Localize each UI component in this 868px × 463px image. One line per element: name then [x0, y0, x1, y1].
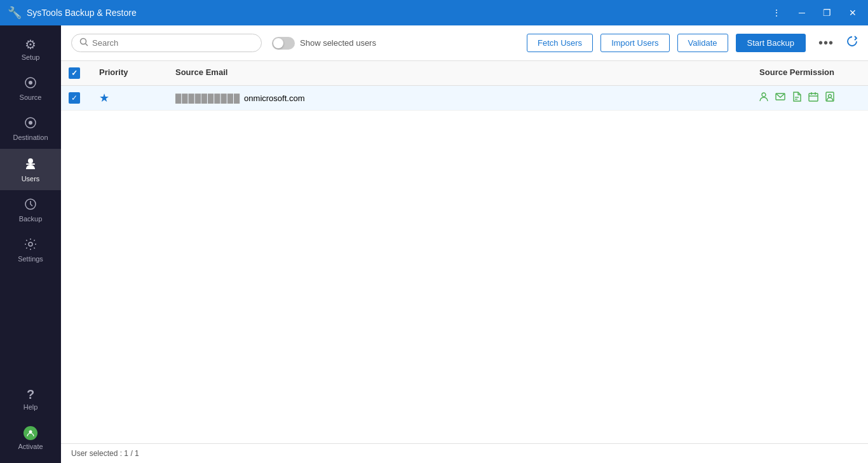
sidebar-item-settings[interactable]: Settings — [0, 230, 61, 270]
sidebar-item-source[interactable]: Source — [0, 69, 61, 109]
svg-rect-14 — [809, 93, 818, 101]
maximize-button[interactable]: ❐ — [819, 6, 835, 20]
close-button[interactable]: ✕ — [845, 6, 860, 20]
toolbar: Show selected users Fetch Users Import U… — [61, 25, 868, 61]
toggle-area: Show selected users — [272, 37, 376, 50]
minimize-button[interactable]: ─ — [795, 6, 809, 20]
import-users-button[interactable]: Import Users — [600, 34, 669, 52]
sidebar-item-users[interactable]: Users — [0, 149, 61, 190]
validate-button[interactable]: Validate — [677, 34, 728, 52]
sidebar-label-activate: Activate — [18, 443, 43, 450]
search-icon — [79, 38, 88, 48]
row-checkbox-cell: ✓ — [69, 92, 99, 104]
sidebar-label-help: Help — [24, 403, 38, 411]
show-selected-toggle[interactable] — [272, 37, 295, 50]
perm-mail-icon — [775, 92, 785, 104]
app-logo-icon: 🔧 — [8, 6, 22, 20]
sidebar: ⚙ Setup Source Destination Users Backu — [0, 25, 61, 463]
main-content: Show selected users Fetch Users Import U… — [61, 25, 868, 463]
perm-contacts-icon — [825, 92, 835, 104]
row-priority-cell: ★ — [99, 91, 175, 105]
email-blur: ██████████ — [175, 93, 240, 103]
backup-icon — [24, 198, 37, 212]
more-button[interactable]: ⋮ — [768, 6, 785, 20]
destination-icon — [24, 116, 37, 131]
help-icon: ? — [27, 388, 34, 401]
svg-point-8 — [81, 39, 86, 45]
header-checkbox-cell: ✓ — [69, 67, 99, 79]
table-header: ✓ Priority Source Email Source Permissio… — [61, 61, 868, 86]
sidebar-item-activate[interactable]: Activate — [0, 418, 61, 458]
app-title-area: 🔧 SysTools Backup & Restore — [8, 6, 137, 20]
sidebar-label-source: Source — [20, 93, 42, 101]
more-options-button[interactable]: ••• — [813, 33, 839, 53]
status-text: User selected : 1 / 1 — [71, 449, 139, 458]
row-checkbox[interactable]: ✓ — [69, 92, 80, 104]
header-source-email: Source Email — [175, 67, 733, 79]
check-icon: ✓ — [71, 94, 78, 102]
fetch-users-button[interactable]: Fetch Users — [527, 34, 593, 52]
check-icon: ✓ — [71, 69, 78, 77]
svg-point-6 — [29, 242, 32, 246]
sidebar-bottom: ? Help Activate — [0, 380, 61, 458]
window-controls: ⋮ ─ ❐ ✕ — [768, 6, 860, 20]
email-domain: onmicrosoft.com — [244, 93, 304, 103]
sidebar-label-destination: Destination — [13, 134, 48, 141]
toggle-label: Show selected users — [300, 38, 376, 48]
sidebar-item-setup[interactable]: ⚙ Setup — [0, 31, 61, 69]
svg-point-10 — [762, 93, 766, 97]
sidebar-label-settings: Settings — [18, 255, 43, 263]
sidebar-label-users: Users — [22, 175, 40, 183]
header-source-permission: Source Permission — [733, 67, 860, 79]
sidebar-label-setup: Setup — [22, 53, 40, 61]
sidebar-item-backup[interactable]: Backup — [0, 190, 61, 230]
app-body: ⚙ Setup Source Destination Users Backu — [0, 25, 868, 463]
svg-rect-4 — [26, 163, 35, 165]
users-icon — [24, 156, 37, 172]
svg-line-9 — [86, 44, 88, 46]
svg-point-3 — [29, 121, 32, 125]
titlebar: 🔧 SysTools Backup & Restore ⋮ ─ ❐ ✕ — [0, 0, 868, 25]
star-icon[interactable]: ★ — [99, 92, 109, 104]
table-row: ✓ ★ ██████████ onmicrosoft.com — [61, 86, 868, 111]
sidebar-item-help[interactable]: ? Help — [0, 380, 61, 418]
start-backup-button[interactable]: Start Backup — [736, 34, 806, 52]
row-email-cell: ██████████ onmicrosoft.com — [175, 93, 733, 103]
source-icon — [24, 76, 37, 91]
svg-point-1 — [29, 81, 32, 85]
perm-person-icon — [759, 92, 769, 104]
search-input[interactable] — [92, 38, 254, 48]
perm-calendar-icon — [808, 92, 818, 104]
row-permissions-cell — [733, 92, 860, 104]
activate-badge — [24, 426, 37, 440]
sidebar-item-destination[interactable]: Destination — [0, 109, 61, 149]
app-title: SysTools Backup & Restore — [27, 8, 137, 18]
table-container: ✓ Priority Source Email Source Permissio… — [61, 61, 868, 443]
setup-icon: ⚙ — [25, 38, 36, 51]
sidebar-label-backup: Backup — [19, 215, 43, 223]
perm-doc-icon — [792, 92, 802, 104]
svg-point-19 — [829, 95, 832, 98]
statusbar: User selected : 1 / 1 — [61, 443, 868, 463]
refresh-button[interactable] — [846, 36, 858, 50]
toggle-knob — [273, 38, 283, 48]
settings-icon — [24, 238, 37, 252]
header-priority: Priority — [99, 67, 175, 79]
search-box — [71, 34, 262, 52]
select-all-checkbox[interactable]: ✓ — [69, 67, 80, 79]
